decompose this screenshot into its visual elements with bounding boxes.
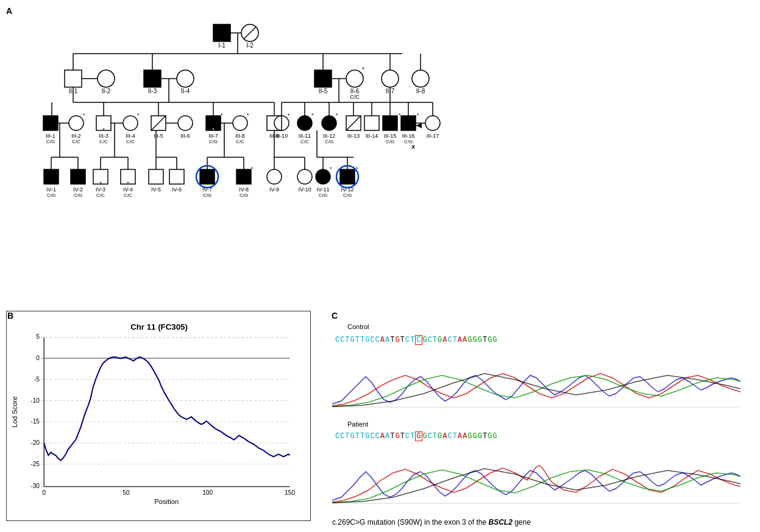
svg-point-115 (425, 116, 440, 130)
svg-point-29 (382, 70, 399, 87)
svg-text:-10: -10 (30, 397, 40, 404)
svg-text:III-14: III-14 (366, 133, 378, 139)
svg-point-173 (316, 169, 330, 184)
svg-text:IV-10: IV-10 (298, 186, 311, 193)
svg-rect-178 (340, 169, 355, 184)
svg-text:C/C: C/C (300, 139, 309, 144)
svg-rect-15 (144, 70, 161, 87)
svg-rect-21 (314, 70, 332, 87)
svg-text:III-4: III-4 (126, 133, 135, 139)
svg-text:*: * (49, 127, 52, 133)
svg-point-62 (178, 116, 193, 130)
svg-text:*: * (127, 180, 129, 186)
svg-text:C/G: C/G (240, 193, 248, 198)
svg-text:III-12: III-12 (323, 133, 336, 139)
svg-text:IV-12: IV-12 (341, 186, 353, 193)
svg-text:*: * (83, 112, 85, 118)
svg-text:C/C: C/C (99, 139, 108, 144)
svg-rect-0 (213, 24, 230, 41)
svg-text:III-3: III-3 (99, 133, 108, 139)
svg-point-165 (267, 169, 282, 184)
svg-text:II-2: II-2 (102, 88, 111, 94)
svg-point-32 (412, 70, 429, 87)
svg-text:-15: -15 (30, 418, 40, 425)
svg-text:C/G: C/G (386, 139, 394, 144)
svg-text:C/C: C/C (124, 193, 132, 198)
svg-text:III-13: III-13 (347, 133, 360, 139)
svg-text:50: 50 (123, 489, 130, 496)
svg-text:C/G: C/G (74, 193, 82, 198)
svg-text:*: * (362, 66, 364, 73)
svg-text:III-6: III-6 (180, 133, 190, 139)
svg-text:*: * (212, 127, 215, 133)
svg-text:III-15: III-15 (384, 133, 397, 139)
svg-text:IV-3: IV-3 (96, 186, 105, 193)
svg-text:-20: -20 (30, 439, 40, 446)
svg-text:C/G: C/G (47, 193, 55, 198)
svg-text:III-16: III-16 (402, 133, 415, 139)
svg-text:III-7: III-7 (208, 133, 218, 139)
svg-text:5: 5 (36, 333, 40, 340)
svg-text:-25: -25 (30, 461, 40, 467)
patient-sequence: CCTGTTGCCAATGTCTGGCTGACTAAGGGTGG (335, 431, 497, 442)
svg-text:IV-7: IV-7 (202, 186, 212, 193)
patient-chromatogram (332, 442, 740, 511)
y-axis-label: Lod Score (11, 396, 18, 427)
svg-point-53 (123, 116, 138, 130)
svg-text:*: * (137, 112, 140, 118)
svg-text:C/G: C/G (46, 139, 55, 144)
svg-text:III-8: III-8 (235, 133, 245, 139)
svg-text:II-5: II-5 (319, 88, 328, 94)
svg-text:0: 0 (36, 355, 40, 361)
sequencing-panel: Control CCTGTTGCCAATGTCTCGCTGACTAAGGGTGG (329, 311, 750, 521)
svg-text:*: * (311, 112, 314, 118)
svg-text:C/G: C/G (203, 193, 211, 198)
control-sequence: CCTGTTGCCAATGTCTCGCTGACTAAGGGTGG (335, 335, 497, 346)
svg-text:100: 100 (202, 489, 213, 496)
svg-text:IV-4: IV-4 (123, 186, 133, 193)
svg-rect-144 (149, 169, 163, 184)
svg-text:IV-9: IV-9 (269, 186, 279, 193)
svg-text:IV-1: IV-1 (46, 186, 56, 193)
svg-point-43 (69, 116, 83, 130)
svg-text:*: * (247, 112, 249, 118)
control-chromatogram (332, 346, 740, 414)
svg-text:C/C: C/C (126, 139, 135, 144)
svg-rect-158 (236, 169, 251, 184)
svg-text:0: 0 (42, 489, 46, 496)
svg-point-18 (177, 70, 194, 87)
mutation-caption: c.269C>G mutation (S90W) in the exon 3 o… (332, 518, 531, 527)
svg-rect-103 (383, 116, 397, 130)
svg-text:C/C: C/C (236, 139, 244, 144)
svg-text:*: * (102, 127, 105, 133)
svg-text:III-5: III-5 (154, 133, 163, 139)
svg-text:*: * (50, 180, 52, 186)
svg-text:*: * (330, 166, 332, 172)
svg-text:-30: -30 (30, 483, 40, 489)
svg-rect-108 (401, 116, 416, 130)
svg-text:C/G: C/G (209, 139, 218, 144)
svg-text:II-8: II-8 (416, 88, 425, 94)
svg-text:*: * (221, 112, 223, 118)
svg-text:*: * (77, 180, 79, 186)
svg-text:III-2: III-2 (71, 133, 81, 139)
svg-point-71 (233, 116, 247, 130)
svg-line-59 (151, 116, 166, 130)
svg-point-24 (346, 70, 363, 87)
patient-label: Patient (347, 420, 368, 428)
svg-rect-9 (65, 70, 82, 87)
svg-text:150: 150 (285, 489, 295, 496)
svg-text:C/G: C/G (325, 139, 333, 144)
svg-text:IV-5: IV-5 (151, 186, 161, 193)
svg-text:*: * (336, 112, 338, 118)
svg-text:*: * (251, 166, 254, 172)
svg-point-86 (297, 116, 312, 130)
svg-point-91 (322, 116, 336, 130)
svg-text:IV-8: IV-8 (239, 186, 249, 193)
control-label: Control (347, 323, 369, 330)
svg-text:*: * (356, 166, 358, 172)
x-axis-label: Position (154, 498, 179, 505)
svg-text:III-1: III-1 (46, 133, 55, 139)
svg-text:II-3: II-3 (148, 88, 157, 94)
svg-text:IV-6: IV-6 (172, 186, 182, 193)
